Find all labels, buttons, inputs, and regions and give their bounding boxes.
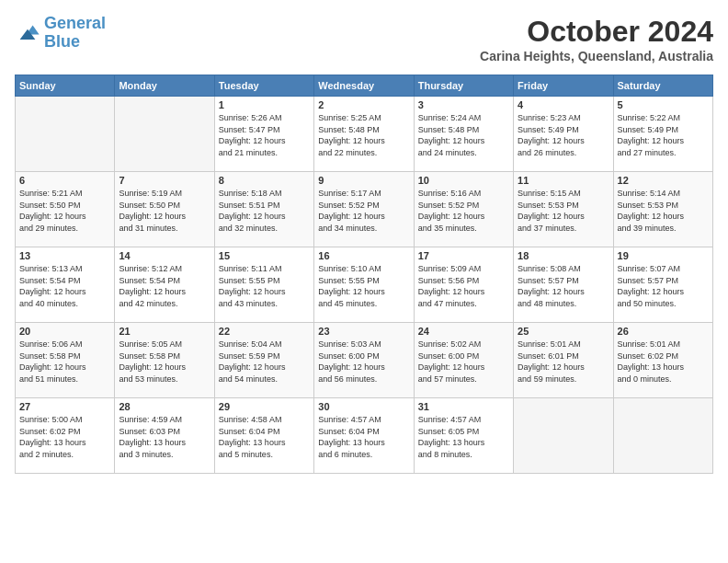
day-info: Sunrise: 5:17 AM Sunset: 5:52 PM Dayligh… [318,188,409,234]
calendar-week-1: 1Sunrise: 5:26 AM Sunset: 5:47 PM Daylig… [16,97,713,172]
day-info: Sunrise: 5:24 AM Sunset: 5:48 PM Dayligh… [418,112,509,158]
calendar-week-2: 6Sunrise: 5:21 AM Sunset: 5:50 PM Daylig… [16,172,713,247]
calendar-cell: 6Sunrise: 5:21 AM Sunset: 5:50 PM Daylig… [16,172,115,247]
column-header-tuesday: Tuesday [214,75,313,97]
day-number: 20 [19,326,110,337]
column-header-wednesday: Wednesday [314,75,414,97]
calendar-cell: 30Sunrise: 4:57 AM Sunset: 6:04 PM Dayli… [314,398,414,474]
day-info: Sunrise: 5:25 AM Sunset: 5:48 PM Dayligh… [318,112,409,158]
day-number: 6 [19,175,110,186]
column-header-thursday: Thursday [414,75,513,97]
calendar-cell: 24Sunrise: 5:02 AM Sunset: 6:00 PM Dayli… [414,323,513,398]
calendar-cell: 11Sunrise: 5:15 AM Sunset: 5:53 PM Dayli… [514,172,613,247]
day-number: 17 [418,250,509,261]
calendar-body: 1Sunrise: 5:26 AM Sunset: 5:47 PM Daylig… [16,97,713,474]
day-number: 22 [219,326,310,337]
calendar-cell: 2Sunrise: 5:25 AM Sunset: 5:48 PM Daylig… [314,97,414,172]
day-number: 8 [219,175,310,186]
title-block: October 2024 Carina Heights, Queensland,… [480,15,713,63]
calendar-week-5: 27Sunrise: 5:00 AM Sunset: 6:02 PM Dayli… [16,398,713,474]
column-header-sunday: Sunday [16,75,115,97]
calendar-cell: 13Sunrise: 5:13 AM Sunset: 5:54 PM Dayli… [16,247,115,323]
calendar-cell: 3Sunrise: 5:24 AM Sunset: 5:48 PM Daylig… [414,97,513,172]
day-number: 11 [518,175,609,186]
day-number: 23 [318,326,409,337]
calendar-cell: 4Sunrise: 5:23 AM Sunset: 5:49 PM Daylig… [514,97,613,172]
day-info: Sunrise: 4:59 AM Sunset: 6:03 PM Dayligh… [119,414,210,460]
calendar-cell [514,398,613,474]
day-info: Sunrise: 5:08 AM Sunset: 5:57 PM Dayligh… [518,263,609,309]
calendar-cell: 17Sunrise: 5:09 AM Sunset: 5:56 PM Dayli… [414,247,513,323]
day-info: Sunrise: 5:12 AM Sunset: 5:54 PM Dayligh… [119,263,210,309]
day-info: Sunrise: 4:58 AM Sunset: 6:04 PM Dayligh… [219,414,310,460]
day-info: Sunrise: 5:09 AM Sunset: 5:56 PM Dayligh… [418,263,509,309]
day-info: Sunrise: 5:16 AM Sunset: 5:52 PM Dayligh… [418,188,509,234]
calendar-cell: 19Sunrise: 5:07 AM Sunset: 5:57 PM Dayli… [613,247,712,323]
day-info: Sunrise: 5:03 AM Sunset: 6:00 PM Dayligh… [318,339,409,385]
calendar-cell: 12Sunrise: 5:14 AM Sunset: 5:53 PM Dayli… [613,172,712,247]
day-number: 19 [618,250,709,261]
calendar-cell: 10Sunrise: 5:16 AM Sunset: 5:52 PM Dayli… [414,172,513,247]
calendar-cell [613,398,712,474]
logo-icon [15,20,40,46]
calendar-week-4: 20Sunrise: 5:06 AM Sunset: 5:58 PM Dayli… [16,323,713,398]
calendar-cell [16,97,115,172]
calendar-cell [115,97,214,172]
day-number: 30 [318,401,409,412]
calendar-cell: 1Sunrise: 5:26 AM Sunset: 5:47 PM Daylig… [214,97,313,172]
day-number: 29 [219,401,310,412]
day-info: Sunrise: 5:11 AM Sunset: 5:55 PM Dayligh… [219,263,310,309]
day-number: 12 [618,175,709,186]
day-info: Sunrise: 5:01 AM Sunset: 6:01 PM Dayligh… [518,339,609,385]
day-number: 10 [418,175,509,186]
day-info: Sunrise: 5:02 AM Sunset: 6:00 PM Dayligh… [418,339,509,385]
calendar-cell: 8Sunrise: 5:18 AM Sunset: 5:51 PM Daylig… [214,172,313,247]
calendar-cell: 14Sunrise: 5:12 AM Sunset: 5:54 PM Dayli… [115,247,214,323]
day-number: 31 [418,401,509,412]
day-number: 1 [219,99,310,110]
calendar-cell: 29Sunrise: 4:58 AM Sunset: 6:04 PM Dayli… [214,398,313,474]
day-info: Sunrise: 5:23 AM Sunset: 5:49 PM Dayligh… [518,112,609,158]
day-info: Sunrise: 5:18 AM Sunset: 5:51 PM Dayligh… [219,188,310,234]
page-header: General Blue October 2024 Carina Heights… [15,15,713,63]
day-number: 5 [618,99,709,110]
calendar-cell: 5Sunrise: 5:22 AM Sunset: 5:49 PM Daylig… [613,97,712,172]
logo-line1: General [44,14,106,32]
logo-text: General Blue [44,15,106,52]
day-number: 27 [19,401,110,412]
calendar-cell: 23Sunrise: 5:03 AM Sunset: 6:00 PM Dayli… [314,323,414,398]
day-number: 4 [518,99,609,110]
calendar-cell: 22Sunrise: 5:04 AM Sunset: 5:59 PM Dayli… [214,323,313,398]
day-info: Sunrise: 4:57 AM Sunset: 6:04 PM Dayligh… [318,414,409,460]
day-number: 14 [119,250,210,261]
calendar-table: SundayMondayTuesdayWednesdayThursdayFrid… [15,75,713,474]
calendar-header-row: SundayMondayTuesdayWednesdayThursdayFrid… [16,75,713,97]
day-number: 3 [418,99,509,110]
column-header-friday: Friday [514,75,613,97]
day-info: Sunrise: 4:57 AM Sunset: 6:05 PM Dayligh… [418,414,509,460]
calendar-cell: 27Sunrise: 5:00 AM Sunset: 6:02 PM Dayli… [16,398,115,474]
day-number: 25 [518,326,609,337]
day-number: 2 [318,99,409,110]
day-info: Sunrise: 5:01 AM Sunset: 6:02 PM Dayligh… [618,339,709,385]
day-info: Sunrise: 5:22 AM Sunset: 5:49 PM Dayligh… [618,112,709,158]
logo-line2: Blue [44,33,106,52]
day-number: 21 [119,326,210,337]
day-info: Sunrise: 5:00 AM Sunset: 6:02 PM Dayligh… [19,414,110,460]
calendar-cell: 20Sunrise: 5:06 AM Sunset: 5:58 PM Dayli… [16,323,115,398]
calendar-cell: 7Sunrise: 5:19 AM Sunset: 5:50 PM Daylig… [115,172,214,247]
day-number: 24 [418,326,509,337]
calendar-cell: 26Sunrise: 5:01 AM Sunset: 6:02 PM Dayli… [613,323,712,398]
day-info: Sunrise: 5:04 AM Sunset: 5:59 PM Dayligh… [219,339,310,385]
day-info: Sunrise: 5:05 AM Sunset: 5:58 PM Dayligh… [119,339,210,385]
column-header-saturday: Saturday [613,75,712,97]
day-number: 28 [119,401,210,412]
day-number: 13 [19,250,110,261]
day-info: Sunrise: 5:21 AM Sunset: 5:50 PM Dayligh… [19,188,110,234]
day-number: 9 [318,175,409,186]
day-number: 18 [518,250,609,261]
day-info: Sunrise: 5:10 AM Sunset: 5:55 PM Dayligh… [318,263,409,309]
calendar-cell: 9Sunrise: 5:17 AM Sunset: 5:52 PM Daylig… [314,172,414,247]
day-number: 16 [318,250,409,261]
calendar-cell: 16Sunrise: 5:10 AM Sunset: 5:55 PM Dayli… [314,247,414,323]
